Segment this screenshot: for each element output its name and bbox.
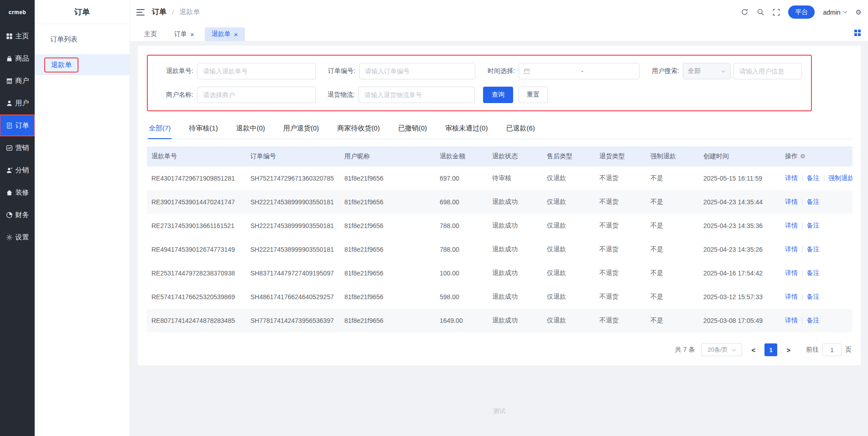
user-type-select[interactable]: 全部 — [683, 63, 731, 79]
force-refund-link[interactable]: 强制退款 — [828, 174, 852, 182]
refund-no-cell: RE390174539014470241747 — [147, 190, 246, 214]
after-sale-type-cell: 仅退款 — [542, 166, 595, 190]
search-icon[interactable] — [757, 8, 764, 16]
submenu-item[interactable]: 退款单 — [35, 54, 130, 75]
search-button[interactable]: 查询 — [483, 87, 513, 103]
sidebar-item-user[interactable]: 用户 — [0, 93, 35, 114]
logistics-input[interactable] — [359, 87, 475, 103]
sidebar-item-gear[interactable]: 设置 — [0, 227, 35, 248]
refund-card: 退款单号: 订单编号: 时间选择: - — [138, 46, 861, 365]
refresh-icon[interactable] — [741, 8, 748, 16]
remark-link[interactable]: 备注 — [807, 293, 820, 300]
next-page-button[interactable]: > — [784, 346, 793, 354]
calendar-icon — [524, 68, 530, 74]
sidebar-item-marketing[interactable]: 营销 — [0, 137, 35, 158]
detail-link[interactable]: 详情 — [785, 317, 798, 324]
sidebar-item-share-user[interactable]: 分销 — [0, 160, 35, 181]
status-tab[interactable]: 用户退货(0) — [282, 119, 320, 139]
total-count: 共 7 条 — [675, 346, 695, 354]
status-tab[interactable]: 商家待收货(0) — [336, 119, 380, 139]
page-tabbar: 主页订单×退款单× — [130, 24, 868, 41]
tab-close-icon[interactable]: × — [190, 31, 194, 38]
main-sidebar: crmeb 主页商品商户用户订单营销分销装修财务设置 — [0, 0, 35, 436]
filter-date: 时间选择: - — [478, 63, 639, 79]
created-cell: 2025-05-15 16:11:59 — [699, 166, 780, 190]
refund-no-input[interactable] — [197, 63, 316, 79]
goto-page-input[interactable] — [822, 343, 842, 356]
page-size-select[interactable]: 20条/页 — [701, 343, 742, 356]
column-header: 退款单号 — [147, 146, 246, 166]
detail-link[interactable]: 详情 — [785, 174, 798, 182]
after-sale-type-cell: 仅退款 — [542, 238, 595, 261]
reset-button[interactable]: 重置 — [519, 87, 548, 103]
detail-link[interactable]: 详情 — [785, 198, 798, 205]
status-tab[interactable]: 全部(7) — [148, 119, 172, 139]
remark-link[interactable]: 备注 — [807, 317, 820, 324]
refund-no-cell: RE253174479728238370938 — [147, 261, 246, 285]
sidebar-item-label: 主页 — [16, 32, 29, 41]
filter-logistics: 退货物流: — [318, 87, 475, 103]
platform-button[interactable]: 平台 — [788, 5, 815, 19]
merchant-label: 商户名称: — [157, 91, 193, 99]
status-tab[interactable]: 审核未通过(0) — [444, 119, 489, 139]
prev-page-button[interactable]: < — [748, 346, 758, 354]
remark-link[interactable]: 备注 — [807, 222, 820, 229]
page-tab[interactable]: 退款单× — [205, 27, 245, 41]
order-no-cell: SH752174729671360320785 — [246, 166, 340, 190]
detail-link[interactable]: 详情 — [785, 222, 798, 229]
detail-link[interactable]: 详情 — [785, 293, 798, 300]
after-sale-type-cell: 仅退款 — [542, 214, 595, 238]
page-tab[interactable]: 主页 — [137, 27, 164, 41]
user-menu[interactable]: admin — [823, 9, 847, 16]
remark-link[interactable]: 备注 — [807, 174, 820, 182]
detail-link[interactable]: 详情 — [785, 269, 798, 276]
user-search-label: 用户搜索: — [643, 67, 679, 75]
created-cell: 2025-03-12 15:57:33 — [699, 285, 780, 309]
sidebar-item-order[interactable]: 订单 — [0, 115, 35, 136]
forced-cell: 不是 — [646, 238, 699, 261]
sidebar-item-shop[interactable]: 商户 — [0, 70, 35, 91]
table-row: RE273174539013661161521SH222174538999903… — [147, 214, 852, 238]
finance-icon — [6, 212, 13, 218]
settings-gear-icon[interactable]: ⚙ — [856, 9, 862, 16]
submenu-item[interactable]: 订单列表 — [35, 29, 130, 50]
filter-user-search: 用户搜索: 全部 — [643, 63, 802, 79]
submenu-list: 订单列表退款单 — [35, 29, 130, 75]
sidebar-item-grid[interactable]: 主页 — [0, 26, 35, 47]
order-no-cell: SH486174176624640529257 — [246, 285, 340, 309]
status-cell: 退款成功 — [488, 285, 542, 309]
column-header: 订单编号 — [246, 146, 340, 166]
current-page[interactable]: 1 — [764, 343, 777, 356]
status-cell: 退款成功 — [488, 214, 542, 238]
remark-link[interactable]: 备注 — [807, 269, 820, 276]
status-tab[interactable]: 待审核(1) — [188, 119, 218, 139]
status-tab[interactable]: 已撤销(0) — [397, 119, 428, 139]
return-type-cell: 不退货 — [595, 166, 646, 190]
date-range-picker[interactable]: - — [519, 63, 639, 79]
sidebar-item-home[interactable]: 装修 — [0, 182, 35, 203]
remark-link[interactable]: 备注 — [807, 198, 820, 205]
status-tab[interactable]: 已退款(6) — [505, 119, 535, 139]
order-icon — [6, 122, 13, 129]
tab-options-grid-icon[interactable] — [854, 30, 861, 36]
breadcrumb-section: 订单 — [152, 7, 166, 17]
collapse-menu-icon[interactable] — [136, 9, 145, 16]
app-window: crmeb 主页商品商户用户订单营销分销装修财务设置 订单 订单列表退款单 订单… — [0, 0, 868, 436]
tab-close-icon[interactable]: × — [234, 31, 238, 38]
user-info-input[interactable] — [733, 63, 802, 79]
fullscreen-icon[interactable] — [773, 9, 780, 16]
status-tab[interactable]: 退款中(0) — [235, 119, 266, 139]
sidebar-item-finance[interactable]: 财务 — [0, 204, 35, 225]
page-tab[interactable]: 订单× — [167, 27, 201, 41]
sidebar-item-bag[interactable]: 商品 — [0, 48, 35, 69]
action-divider: | — [801, 198, 803, 205]
merchant-input[interactable] — [197, 87, 316, 103]
forced-cell: 不是 — [646, 190, 699, 214]
tab-label: 订单 — [174, 30, 187, 38]
remark-link[interactable]: 备注 — [807, 245, 820, 253]
order-no-input[interactable] — [359, 63, 475, 79]
detail-link[interactable]: 详情 — [785, 245, 798, 253]
user-icon — [6, 100, 13, 107]
column-settings-gear-icon[interactable]: ⚙ — [800, 153, 806, 160]
refund-no-cell: RE574174176625320539869 — [147, 285, 246, 309]
